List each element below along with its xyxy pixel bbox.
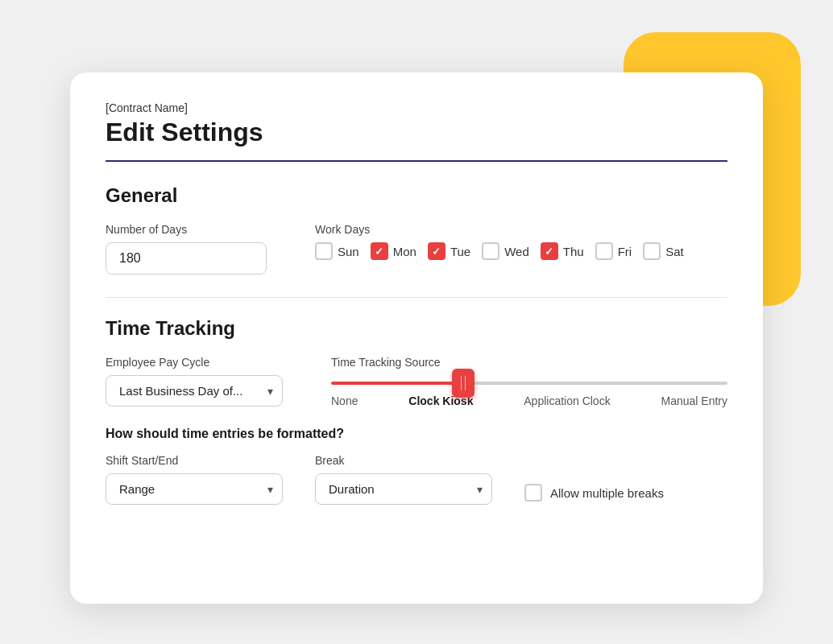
slider-label-manual-entry: Manual Entry: [661, 394, 727, 407]
general-divider: [106, 297, 727, 298]
day-label-mon: Mon: [393, 245, 416, 258]
time-tracking-title: Time Tracking: [106, 317, 727, 340]
time-tracking-source-section: Time Tracking Source None Clock Kiosk Ap…: [331, 356, 727, 407]
day-label-thu: Thu: [563, 245, 584, 258]
settings-card: [Contract Name] Edit Settings General Nu…: [70, 72, 763, 604]
break-select-wrapper: Duration Range None ▾: [315, 473, 492, 505]
pay-cycle-select-wrapper: Last Business Day of... First of Month E…: [106, 375, 283, 407]
checkbox-sat[interactable]: [643, 242, 661, 260]
shift-label: Shift Start/End: [106, 454, 283, 467]
break-label: Break: [315, 454, 492, 467]
source-label: Time Tracking Source: [331, 356, 727, 369]
day-label-fri: Fri: [618, 245, 632, 258]
day-item-tue: Tue: [428, 242, 470, 260]
slider-track-wrapper: [331, 382, 727, 385]
day-item-fri: Fri: [595, 242, 632, 260]
work-days-label: Work Days: [315, 223, 684, 236]
title-divider: [106, 160, 727, 162]
day-label-sun: Sun: [338, 245, 359, 258]
checkbox-tue[interactable]: [428, 242, 446, 260]
break-select[interactable]: Duration Range None: [315, 473, 492, 505]
day-label-tue: Tue: [450, 245, 470, 258]
day-label-sat: Sat: [665, 245, 684, 258]
day-item-sun: Sun: [315, 242, 359, 260]
checkbox-mon[interactable]: [371, 242, 388, 260]
day-label-wed: Wed: [504, 245, 529, 258]
allow-breaks-label: Allow multiple breaks: [550, 486, 664, 500]
outer-wrapper: [Contract Name] Edit Settings General Nu…: [16, 16, 817, 644]
day-item-thu: Thu: [541, 242, 584, 260]
general-row: Number of Days Work Days Sun Mon: [106, 223, 727, 275]
slider-label-none: None: [331, 394, 358, 407]
checkboxes-row: Sun Mon Tue Wed: [315, 242, 684, 260]
format-question: How should time entries be formatted?: [106, 427, 727, 441]
pay-cycle-select[interactable]: Last Business Day of... First of Month E…: [106, 375, 283, 407]
general-section: General Number of Days Work Days Sun: [106, 184, 727, 275]
number-of-days-input[interactable]: [106, 242, 267, 275]
day-item-wed: Wed: [482, 242, 529, 260]
break-group: Break Duration Range None ▾: [315, 454, 492, 505]
checkbox-wed[interactable]: [482, 242, 499, 260]
slider-thumb[interactable]: [452, 369, 475, 398]
slider-track: [331, 382, 727, 385]
shift-group: Shift Start/End Range Single Time ▾: [106, 454, 283, 505]
page-title: Edit Settings: [106, 118, 727, 147]
pay-cycle-group: Employee Pay Cycle Last Business Day of.…: [106, 356, 283, 407]
checkbox-thu[interactable]: [541, 242, 558, 260]
allow-breaks-checkbox[interactable]: [524, 484, 542, 502]
checkbox-sun[interactable]: [315, 242, 333, 260]
general-section-title: General: [106, 184, 727, 207]
shift-select-wrapper: Range Single Time ▾: [106, 473, 283, 505]
number-of-days-group: Number of Days: [106, 223, 267, 275]
day-item-sat: Sat: [643, 242, 684, 260]
allow-breaks-group: Allow multiple breaks: [524, 484, 664, 502]
time-tracking-section: Time Tracking Employee Pay Cycle Last Bu…: [106, 317, 727, 505]
slider-label-app-clock: Application Clock: [524, 394, 610, 407]
day-item-mon: Mon: [371, 242, 416, 260]
slider-labels: None Clock Kiosk Application Clock Manua…: [331, 394, 727, 407]
shift-select[interactable]: Range Single Time: [106, 473, 283, 505]
work-days-group: Work Days Sun Mon Tue: [315, 223, 684, 260]
number-of-days-label: Number of Days: [106, 223, 267, 236]
checkbox-fri[interactable]: [595, 242, 613, 260]
time-tracking-row: Employee Pay Cycle Last Business Day of.…: [106, 356, 727, 407]
breadcrumb: [Contract Name]: [106, 101, 727, 114]
pay-cycle-label: Employee Pay Cycle: [106, 356, 283, 369]
bottom-row: Shift Start/End Range Single Time ▾ Brea…: [106, 454, 727, 505]
